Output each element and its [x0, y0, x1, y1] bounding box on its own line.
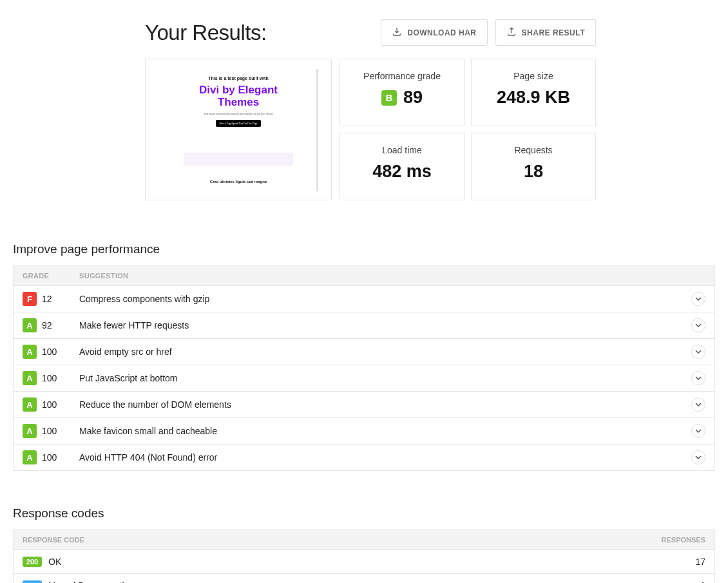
chevron-down-icon [695, 452, 702, 463]
table-row[interactable]: A92Make fewer HTTP requests [14, 312, 714, 339]
score-value: 100 [42, 452, 57, 463]
share-result-label: SHARE RESULT [522, 28, 585, 37]
metric-value: 18 [478, 162, 589, 182]
improve-section-title: Improve page performance [13, 242, 715, 256]
expand-button[interactable] [691, 397, 705, 412]
suggestion-text: Compress components with gzip [79, 294, 691, 304]
response-count: 17 [695, 557, 705, 567]
score-value: 100 [42, 347, 57, 357]
col-grade: GRADE [23, 272, 79, 280]
table-row: 200OK17 [14, 550, 714, 574]
col-response-code: RESPONSE CODE [23, 536, 84, 544]
suggestion-text: Make fewer HTTP requests [79, 320, 691, 330]
grade-badge: A [23, 371, 37, 385]
metric-label: Load time [347, 145, 457, 155]
preview-scrollbar [316, 69, 318, 191]
page-preview: This is a test page built with Divi by E… [145, 59, 332, 200]
share-result-button[interactable]: SHARE RESULT [495, 19, 596, 46]
metric-label: Page size [478, 71, 589, 81]
improve-table: GRADE SUGGESTION F12Compress components … [13, 265, 715, 471]
suggestion-text: Reduce the number of DOM elements [79, 399, 691, 410]
status-code-badge: 200 [23, 557, 42, 567]
download-har-button[interactable]: DOWNLOAD HAR [381, 19, 487, 46]
table-row[interactable]: A100Make favicon small and cacheable [14, 418, 714, 444]
suggestion-text: Avoid empty src or href [79, 347, 691, 357]
col-responses: RESPONSES [662, 536, 705, 544]
table-row[interactable]: F12Compress components with gzip [14, 286, 714, 312]
grade-badge: B [381, 90, 397, 106]
table-row: 301Moved Permanently1 [14, 574, 714, 583]
chevron-down-icon [695, 320, 702, 330]
score-value: 100 [42, 373, 57, 383]
grade-badge: F [23, 292, 37, 306]
expand-button[interactable] [691, 424, 705, 438]
chevron-down-icon [695, 294, 702, 304]
score-value: 12 [42, 294, 52, 304]
expand-button[interactable] [691, 318, 705, 332]
preview-block [184, 153, 293, 166]
response-count: 1 [700, 580, 705, 583]
metric-page-size: Page size 248.9 KB [471, 59, 596, 126]
table-row[interactable]: A100Avoid HTTP 404 (Not Found) error [14, 444, 714, 471]
metric-load-time: Load time 482 ms [340, 133, 465, 200]
metric-value: 89 [403, 88, 423, 108]
response-table: RESPONSE CODE RESPONSES 200OK17301Moved … [13, 530, 715, 583]
grade-badge: A [23, 450, 37, 464]
preview-sub: This layout has been built with the Divi… [180, 112, 296, 115]
status-label: OK [48, 557, 695, 567]
preview-badge: Run A PageSpeed Test On This Page [216, 120, 262, 127]
expand-button[interactable] [691, 450, 705, 464]
metric-label: Requests [478, 145, 589, 155]
table-row[interactable]: A100Reduce the number of DOM elements [14, 392, 714, 418]
chevron-down-icon [695, 373, 702, 383]
grade-badge: A [23, 345, 37, 359]
score-value: 92 [42, 320, 52, 330]
suggestion-text: Make favicon small and cacheable [79, 426, 691, 436]
metric-requests: Requests 18 [471, 133, 596, 200]
status-code-badge: 301 [23, 580, 42, 583]
chevron-down-icon [695, 426, 702, 436]
header-actions: DOWNLOAD HAR SHARE RESULT [381, 19, 596, 46]
suggestion-text: Avoid HTTP 404 (Not Found) error [79, 452, 691, 463]
metric-performance-grade: Performance grade B 89 [340, 59, 465, 126]
grade-badge: A [23, 424, 37, 438]
page-title: Your Results: [145, 21, 267, 45]
score-value: 100 [42, 426, 57, 436]
suggestion-text: Put JavaScript at bottom [79, 373, 691, 383]
expand-button[interactable] [691, 371, 705, 385]
download-icon [392, 26, 402, 39]
grade-badge: A [23, 397, 37, 412]
preview-footer: Cras ultricies ligula sed magna [180, 180, 296, 184]
metric-label: Performance grade [347, 71, 457, 81]
metric-value: 482 ms [347, 162, 457, 182]
grade-badge: A [23, 318, 37, 332]
preview-small-text: This is a test page built with [180, 76, 296, 81]
preview-title: Divi by Elegant Themes [180, 84, 296, 108]
share-icon [506, 26, 517, 39]
status-label: Moved Permanently [48, 580, 700, 583]
chevron-down-icon [695, 399, 702, 410]
response-section-title: Response codes [13, 506, 715, 521]
table-row[interactable]: A100Put JavaScript at bottom [14, 365, 714, 392]
table-row[interactable]: A100Avoid empty src or href [14, 339, 714, 365]
expand-button[interactable] [691, 345, 705, 359]
chevron-down-icon [695, 347, 702, 357]
download-har-label: DOWNLOAD HAR [407, 28, 476, 37]
metric-value: 248.9 KB [478, 88, 589, 108]
col-suggestion: SUGGESTION [79, 272, 705, 280]
expand-button[interactable] [691, 292, 705, 306]
score-value: 100 [42, 399, 57, 410]
